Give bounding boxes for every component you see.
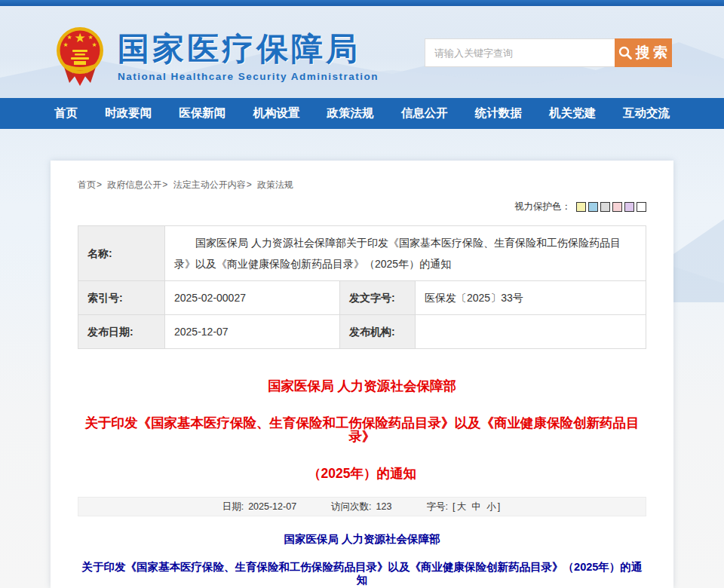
breadcrumb-separator: > [97,179,102,190]
svg-text:★: ★ [91,41,97,48]
eye-color-swatch-purple[interactable] [624,202,634,212]
breadcrumb-gov-info[interactable]: 政府信息公开 [107,179,161,190]
eye-color-swatch-blue[interactable] [588,202,598,212]
meta-index-value: 2025-02-00027 [165,281,340,315]
national-emblem-icon: ★ ★ ★ ★ ★ [53,26,107,89]
table-row: 索引号: 2025-02-00027 发文字号: 医保发〔2025〕33号 [78,281,646,315]
search-button[interactable]: 搜索 [615,38,672,67]
eye-color-swatch-white[interactable] [637,202,646,212]
search-icon [618,45,633,60]
search-input[interactable] [425,38,615,67]
nav-item-org-structure[interactable]: 机构设置 [253,106,299,121]
breadcrumb-policy[interactable]: 政策法规 [257,179,293,190]
meta-name-label: 名称: [78,226,165,281]
meta-pubdate-label: 发布日期: [78,315,165,349]
content-panel: 首页> 政府信息公开> 法定主动公开内容> 政策法规 视力保护色： 名称: 国家… [51,161,673,588]
nav-item-insurance-news[interactable]: 医保新闻 [179,106,225,121]
meta-docnum-label: 发文字号: [340,281,416,315]
nav-item-home[interactable]: 首页 [54,106,78,121]
meta-agency-label: 发布机构: [340,315,416,349]
svg-text:★: ★ [66,34,72,41]
document-meta-table: 名称: 国家医保局 人力资源社会保障部关于印发《国家基本医疗保险、生育保险和工伤… [78,225,646,349]
article-info-bar: 日期: 2025-12-07 访问次数: 123 字号: [大 中 小] [78,497,646,516]
meta-name-value: 国家医保局 人力资源社会保障部关于印发《国家基本医疗保险、生育保险和工伤保险药品… [165,226,646,281]
nav-item-interaction[interactable]: 互动交流 [623,106,670,121]
date-label: 日期: [222,501,244,513]
site-logo[interactable]: ★ ★ ★ ★ ★ 国家医疗保障局 National Healthcare Se… [53,26,379,89]
search-button-label: 搜索 [636,43,670,63]
top-accent-bar [0,0,724,6]
site-header: ★ ★ ★ ★ ★ 国家医疗保障局 National Healthcare Se… [0,6,724,98]
article-title-line3: （2025年）的通知 [78,467,646,480]
breadcrumb-home[interactable]: 首页 [78,179,96,190]
meta-agency-value [416,315,646,349]
nav-item-statistics[interactable]: 统计数据 [475,106,522,121]
nav-item-policy-regulations[interactable]: 政策法规 [327,106,374,121]
table-row: 发布日期: 2025-12-07 发布机构: [78,315,646,349]
search-box: 搜索 [425,38,672,67]
meta-name-text: 国家医保局 人力资源社会保障部关于印发《国家基本医疗保险、生育保险和工伤保险药品… [174,232,637,274]
date-value: 2025-12-07 [248,501,296,512]
eye-protection-label: 视力保护色： [514,201,571,213]
site-title: 国家医疗保障局 [118,32,379,66]
meta-pubdate-value: 2025-12-07 [165,315,340,349]
svg-text:★: ★ [63,41,68,48]
nav-item-info-disclosure[interactable]: 信息公开 [401,106,448,121]
article-title-line2: 关于印发《国家基本医疗保险、生育保险和工伤保险药品目录》以及《商业健康保险创新药… [78,416,646,443]
meta-docnum-value: 医保发〔2025〕33号 [416,281,646,315]
article-subtitle-line1: 国家医保局 人力资源社会保障部 [78,533,646,546]
fontsize-control[interactable]: [大 中 小] [452,501,502,513]
svg-text:★: ★ [74,31,85,45]
article-title-line1: 国家医保局 人力资源社会保障部 [78,379,646,393]
breadcrumb-separator: > [247,179,252,190]
breadcrumb-statutory-disclosure[interactable]: 法定主动公开内容 [173,179,246,190]
eye-color-swatch-gray[interactable] [600,202,610,212]
site-subtitle: National Healthcare Security Administrat… [118,71,379,82]
eye-color-swatch-yellow[interactable] [576,202,586,212]
article-subtitle-line2: 关于印发《国家基本医疗保险、生育保险和工伤保险药品目录》以及《商业健康保险创新药… [78,561,646,586]
eye-protection-row: 视力保护色： [78,201,646,213]
breadcrumb-separator: > [162,179,167,190]
svg-text:★: ★ [87,34,93,41]
breadcrumb: 首页> 政府信息公开> 法定主动公开内容> 政策法规 [78,179,646,191]
fontsize-label: 字号: [426,501,447,513]
visits-label: 访问次数: [331,501,371,513]
main-nav: 首页 时政要闻 医保新闻 机构设置 政策法规 信息公开 统计数据 机关党建 互动… [0,98,724,129]
eye-color-swatch-pink[interactable] [612,202,622,212]
nav-item-politics-news[interactable]: 时政要闻 [105,106,152,121]
table-row: 名称: 国家医保局 人力资源社会保障部关于印发《国家基本医疗保险、生育保险和工伤… [78,226,646,281]
visits-value: 123 [376,501,392,512]
meta-index-label: 索引号: [78,281,165,315]
nav-item-party-building[interactable]: 机关党建 [549,106,596,121]
